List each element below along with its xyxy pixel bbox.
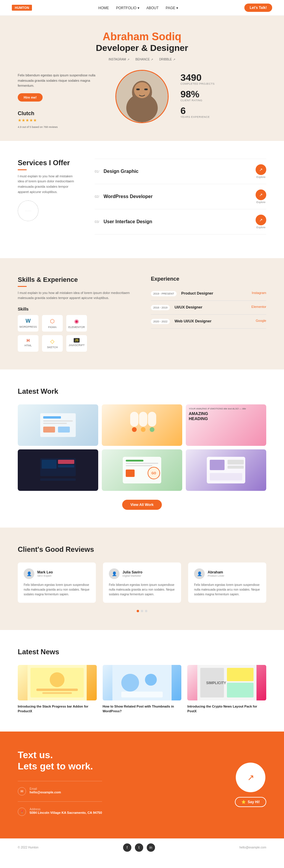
svg-text:SIMPLICITY: SIMPLICITY <box>206 681 226 685</box>
review-pagination <box>18 610 266 612</box>
stat-rating-num: 98% <box>181 89 266 99</box>
news-item-3: SIMPLICITY Introducing the Crypto News L… <box>187 665 266 714</box>
explore-btn-3[interactable]: ↗ <box>256 215 266 225</box>
title-underline <box>18 169 27 170</box>
contact-email-item: ✉ Email hello@example.com <box>18 787 102 796</box>
work-item-6[interactable] <box>186 450 266 491</box>
nav-portfolio[interactable]: PORTFOLIO ▾ <box>116 6 139 10</box>
exp-details-3: Web UI/UX Designer <box>175 319 251 323</box>
review-text-2: Felix bibendum egestas lorem ipsum suspe… <box>109 583 175 597</box>
sayhi-button[interactable]: ⭐ Say Hi! <box>235 797 266 807</box>
skill-javascript-label: JAVASCRIPT <box>69 344 85 347</box>
news-title-3: Introducing the Crypto News Layout Pack … <box>187 704 266 714</box>
review-dot-1[interactable] <box>137 610 139 612</box>
sayhi-circle[interactable]: ↗ <box>236 763 265 792</box>
clutch-name: Clutch <box>18 111 103 117</box>
footer-headline-1: Text us. <box>18 750 53 760</box>
figma-icon: ⬡ <box>50 318 55 324</box>
reviewer-info-3: Abraham Product Lover <box>208 570 224 577</box>
services-description: I must explain to you how all mistaken i… <box>18 174 77 194</box>
footer-headline-2: Lets get to work. <box>18 761 93 772</box>
service-name-1: Design Graphic <box>103 169 256 174</box>
service-item-1: 01/ Design Graphic ↗ Explore <box>95 159 266 184</box>
skill-html-label: HTML <box>25 344 32 347</box>
exp-period-3: 2020 - 2022 <box>151 319 170 324</box>
nav-home[interactable]: HOME <box>98 6 109 10</box>
review-dot-2[interactable] <box>141 610 143 612</box>
hire-button[interactable]: Hire me! <box>18 93 42 101</box>
latest-work-section: Latest Work YOUR AMAZ <box>0 369 284 528</box>
stat-projects-num: 3490 <box>181 73 266 82</box>
hero-title: Abraham Sodiq Developer & Designer <box>18 30 266 53</box>
skill-html: H HTML <box>18 335 38 352</box>
explore-label-1: Explore <box>256 176 266 179</box>
footer-contact: ✉ Email hello@example.com 📍 Address 5084… <box>18 787 102 816</box>
explore-label-3: Explore <box>256 226 266 229</box>
svg-point-43 <box>145 674 157 686</box>
email-icon: ✉ <box>18 787 26 796</box>
linkedin-icon[interactable]: in <box>147 843 155 852</box>
reviewer-info-2: Julia Saviro Digital Marketer <box>123 570 142 577</box>
work-item-4[interactable] <box>18 450 98 491</box>
news-grid: Introducing the Stack Progress bar Addon… <box>18 665 266 714</box>
instagram-link[interactable]: INSTAGRAM <box>108 58 130 61</box>
svg-point-38 <box>50 672 64 687</box>
explore-btn-1[interactable]: ↗ <box>256 164 266 175</box>
nav-about[interactable]: ABOUT <box>147 6 159 10</box>
stat-experience-num: 6 <box>181 106 266 116</box>
svg-rect-25 <box>126 460 144 462</box>
service-explore-1: ↗ Explore <box>256 164 266 179</box>
services-title-block: Services I Offer I must explain to you h… <box>18 159 77 235</box>
explore-btn-2[interactable]: ↗ <box>256 189 266 200</box>
svg-rect-44 <box>121 691 163 698</box>
nav-page[interactable]: PAGE ▾ <box>166 6 178 10</box>
reviewer-avatar-2: 👤 <box>109 568 120 579</box>
facebook-icon[interactable]: f <box>123 843 131 852</box>
exp-company-3: Google <box>256 319 266 322</box>
svg-rect-8 <box>43 421 73 422</box>
work-item-2[interactable] <box>102 404 182 446</box>
stat-rating-label: CLIENT RATING <box>181 99 266 102</box>
service-num-3: 03/ <box>95 220 103 223</box>
service-explore-2: ↗ Explore <box>256 189 266 204</box>
nav-cta-button[interactable]: Let's Talk! <box>244 4 272 12</box>
svg-rect-7 <box>43 416 61 418</box>
news-img-1 <box>18 665 97 701</box>
logo[interactable]: HUMTON <box>12 5 32 11</box>
dribble-link[interactable]: DRIBBLE <box>159 58 176 61</box>
reviewer-3: 👤 Abraham Product Lover <box>194 568 260 579</box>
svg-text:GO: GO <box>152 472 156 475</box>
exp-period-1: 2019 - PRESENT <box>151 291 177 296</box>
email-label: Email <box>30 787 61 790</box>
twitter-icon[interactable]: t <box>135 843 143 852</box>
skill-wordpress: W WORDPRESS <box>18 315 38 332</box>
skills-underline <box>18 286 27 287</box>
footer-cta-right: ↗ ⭐ Say Hi! <box>235 763 266 807</box>
footer-cta-headline: Text us. Lets get to work. <box>18 749 102 772</box>
circle-inner: · · · · · <box>18 200 38 221</box>
news-section: Latest News Introducing the Stack Progre… <box>0 630 284 732</box>
reviews-title: Client's Good Reviews <box>18 545 266 554</box>
svg-rect-26 <box>126 463 158 464</box>
news-title-2: How to Show Related Post with Thumbnails… <box>103 704 182 714</box>
exp-item-2: 2016 - 2019 UI/UX Designer Elementor <box>151 301 266 315</box>
work-item-3[interactable]: YOUR AMAZING IF EMOTIONS title text ALSO… <box>186 404 266 446</box>
hero-role: Developer & Designer <box>18 43 266 53</box>
review-dot-3[interactable] <box>145 610 147 612</box>
javascript-icon: JS <box>74 338 80 343</box>
skills-inner: Skills & Experience I must explain to yo… <box>18 276 266 352</box>
email-details: Email hello@example.com <box>30 787 61 794</box>
behance-link[interactable]: BEHANCE <box>135 58 153 61</box>
elementor-icon: ◉ <box>74 318 79 324</box>
skills-left: Skills & Experience I must explain to yo… <box>18 276 133 352</box>
stat-experience: 6 YEARS EXPERIENCE <box>181 106 266 118</box>
service-num-1: 01/ <box>95 169 103 173</box>
work-item-1[interactable] <box>18 404 98 446</box>
svg-rect-27 <box>126 465 152 466</box>
nav-links: HOME PORTFOLIO ▾ ABOUT PAGE ▾ <box>98 5 178 10</box>
view-all-button[interactable]: View All Work <box>122 500 162 510</box>
work-item-5[interactable]: GO <box>102 450 182 491</box>
footer-cta-section: Text us. Lets get to work. ✉ Email hello… <box>0 732 284 838</box>
skill-elementor-label: ELEMENTOR <box>68 326 85 329</box>
hero-image-wrap <box>115 70 169 123</box>
